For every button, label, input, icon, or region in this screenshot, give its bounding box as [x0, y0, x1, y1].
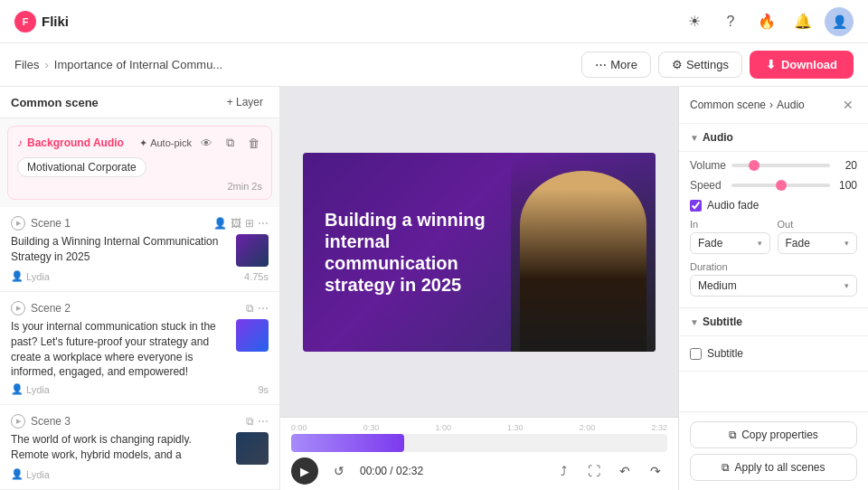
- scene-1-thumbnail: [236, 234, 269, 267]
- video-title-line4: strategy in 2025: [325, 274, 486, 296]
- auto-pick-button[interactable]: ✦ Auto-pick: [139, 137, 192, 149]
- audio-fade-checkbox[interactable]: [690, 200, 702, 212]
- download-button[interactable]: ⬇ Download: [750, 51, 854, 79]
- fade-row: In Fade ▾ Out Fade ▾: [690, 219, 857, 254]
- fire-button[interactable]: 🔥: [752, 7, 781, 36]
- scene-1-name: Scene 1: [31, 217, 71, 230]
- scene-3-voice: 👤 Lydia: [11, 468, 50, 480]
- scene-1-person-icon[interactable]: 👤: [213, 217, 227, 230]
- scene-2-actions: ⧉ ⋯: [246, 302, 269, 315]
- add-layer-label: + Layer: [227, 96, 263, 108]
- scene-1-more-icon[interactable]: ⋯: [258, 217, 269, 230]
- theme-toggle-button[interactable]: ☀: [680, 7, 709, 36]
- scene-2-more-icon[interactable]: ⋯: [258, 302, 269, 315]
- audio-section-label: Audio: [703, 131, 733, 144]
- audio-chip[interactable]: Motivational Corporate: [17, 157, 146, 177]
- middle-panel: Building a winning internal communicatio…: [280, 87, 678, 490]
- video-title-line3: communication: [325, 252, 486, 274]
- delete-audio-button[interactable]: 🗑: [244, 134, 262, 152]
- volume-value: 20: [835, 159, 857, 172]
- breadcrumb-sep: ›: [44, 58, 48, 71]
- more-button[interactable]: ⋯ More: [581, 52, 651, 78]
- scene-1-layout-icon[interactable]: ⊞: [245, 217, 254, 230]
- audio-duration: 2min 2s: [17, 181, 262, 192]
- redo-button[interactable]: ↷: [644, 459, 667, 483]
- apply-all-scenes-button[interactable]: ⧉ Apply to all scenes: [690, 454, 857, 481]
- replay-button[interactable]: ↺: [327, 459, 351, 483]
- fade-out-value: Fade: [786, 237, 810, 250]
- breadcrumb-root[interactable]: Files: [14, 58, 39, 71]
- share-button[interactable]: ⤴: [552, 459, 575, 483]
- app-logo: F Fliki: [14, 11, 69, 33]
- notifications-button[interactable]: 🔔: [788, 7, 817, 36]
- breadcrumb-actions: ⋯ More ⚙ Settings ⬇ Download: [581, 51, 854, 79]
- scene-2-copy-icon[interactable]: ⧉: [246, 302, 254, 315]
- breadcrumb-current: Importance of Internal Commu...: [54, 58, 222, 71]
- timeline-track[interactable]: [291, 434, 667, 452]
- scene-3-play-icon: [11, 414, 25, 429]
- voice-icon-3: 👤: [11, 468, 24, 480]
- time-display: 00:00 / 02:32: [360, 465, 423, 477]
- fullscreen-button[interactable]: ⛶: [582, 459, 606, 483]
- fade-out-arrow-icon: ▾: [844, 239, 849, 248]
- fade-out-label: Out: [778, 219, 858, 230]
- duration-select[interactable]: Medium ▾: [690, 275, 857, 297]
- subtitle-section-toggle[interactable]: ▼ Subtitle: [679, 308, 868, 336]
- audio-chip-label: Motivational Corporate: [27, 161, 137, 174]
- subtitle-section-label: Subtitle: [703, 316, 742, 328]
- topbar-right: ☀ ? 🔥 🔔 👤: [680, 7, 854, 36]
- close-right-panel-button[interactable]: ✕: [839, 96, 857, 114]
- scene-2-voice: 👤 Lydia: [11, 383, 50, 395]
- scene-item-3[interactable]: Scene 3 ⧉ ⋯ The world of work is changin…: [0, 405, 279, 490]
- volume-slider[interactable]: [731, 164, 830, 167]
- duration-label: Duration: [690, 261, 857, 272]
- speed-slider[interactable]: [731, 184, 830, 187]
- duration-arrow-icon: ▾: [844, 281, 849, 290]
- scene-item-2[interactable]: Scene 2 ⧉ ⋯ Is your internal communicati…: [0, 292, 279, 405]
- scene-item-1[interactable]: Scene 1 👤 🖼 ⊞ ⋯ Building a Winning Inter…: [0, 207, 279, 292]
- scene-2-thumbnail: [236, 319, 269, 352]
- settings-button[interactable]: ⚙ Settings: [658, 52, 742, 78]
- video-frame: Building a winning internal communicatio…: [303, 153, 656, 352]
- scene-2-name: Scene 2: [31, 302, 71, 315]
- scene-3-more-icon[interactable]: ⋯: [258, 415, 269, 428]
- subtitle-checkbox-row: Subtitle: [690, 344, 857, 363]
- bg-audio-text: Background Audio: [27, 137, 124, 149]
- avatar[interactable]: 👤: [825, 7, 854, 36]
- subtitle-checkbox[interactable]: [690, 348, 702, 360]
- scene-3-name: Scene 3: [31, 415, 71, 428]
- scene-1-actions: 👤 🖼 ⊞ ⋯: [213, 217, 269, 230]
- preview-audio-button[interactable]: 👁: [197, 134, 215, 152]
- subtitle-toggle-arrow: ▼: [690, 317, 699, 327]
- video-title-line2: internal: [325, 231, 486, 252]
- play-button[interactable]: ▶: [291, 457, 318, 485]
- help-button[interactable]: ?: [716, 7, 745, 36]
- bg-audio-section: ♪ Background Audio ✦ Auto-pick 👁 ⧉ 🗑 Mot…: [7, 126, 272, 200]
- speed-label: Speed: [690, 179, 726, 192]
- audio-fade-row: Audio fade: [690, 199, 857, 212]
- copy-audio-button[interactable]: ⧉: [221, 134, 239, 152]
- add-layer-button[interactable]: + Layer: [222, 94, 269, 110]
- timeline-fill: [291, 434, 404, 452]
- volume-row: Volume 20: [690, 159, 857, 172]
- auto-pick-label: Auto-pick: [150, 137, 192, 148]
- undo-button[interactable]: ↶: [613, 459, 637, 483]
- more-dots-icon: ⋯: [595, 58, 607, 71]
- fade-in-select[interactable]: Fade ▾: [690, 232, 770, 254]
- music-icon: ♪: [17, 137, 23, 149]
- video-title-text: Building a winning internal communicatio…: [325, 209, 486, 296]
- scene-3-copy-icon[interactable]: ⧉: [246, 415, 254, 428]
- audio-section-toggle[interactable]: ▼ Audio: [679, 124, 868, 152]
- settings-icon: ⚙: [672, 58, 683, 71]
- person-silhouette: [520, 171, 646, 352]
- apply-icon: ⧉: [722, 461, 730, 474]
- scene-1-image-icon[interactable]: 🖼: [231, 217, 241, 230]
- topbar-left: F Fliki: [14, 11, 69, 33]
- fade-out-select[interactable]: Fade ▾: [778, 232, 858, 254]
- scene-3-text: The world of work is changing rapidly. R…: [11, 432, 229, 463]
- scene-1-duration: 4.75s: [244, 271, 269, 282]
- voice-icon: 👤: [11, 270, 24, 282]
- bg-audio-header: ♪ Background Audio ✦ Auto-pick 👁 ⧉ 🗑: [17, 134, 262, 152]
- copy-properties-button[interactable]: ⧉ Copy properties: [690, 421, 857, 448]
- apply-label: Apply to all scenes: [734, 461, 825, 474]
